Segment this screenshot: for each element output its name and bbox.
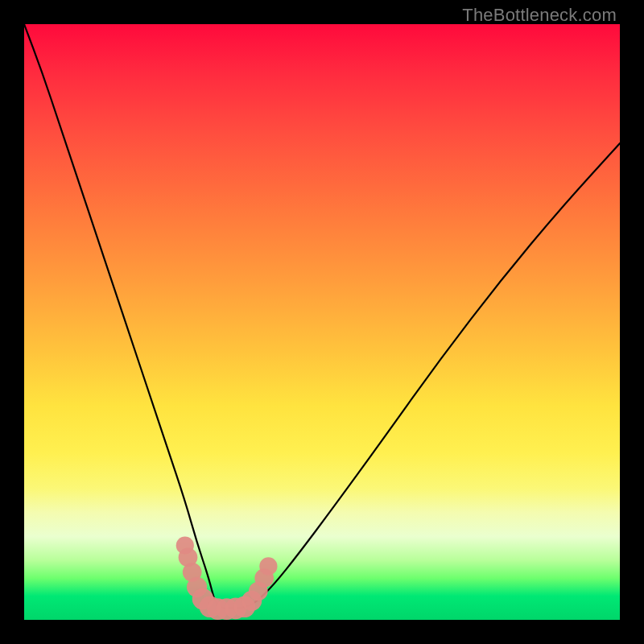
watermark: TheBottleneck.com xyxy=(462,5,617,26)
chart-frame: TheBottleneck.com xyxy=(0,0,644,644)
blob-marker xyxy=(259,557,277,575)
bottleneck-curve xyxy=(24,24,620,608)
bottom-blobs xyxy=(176,536,278,620)
plot-area xyxy=(24,24,620,620)
curve-svg xyxy=(24,24,620,620)
bottleneck-curve-path xyxy=(24,24,620,608)
